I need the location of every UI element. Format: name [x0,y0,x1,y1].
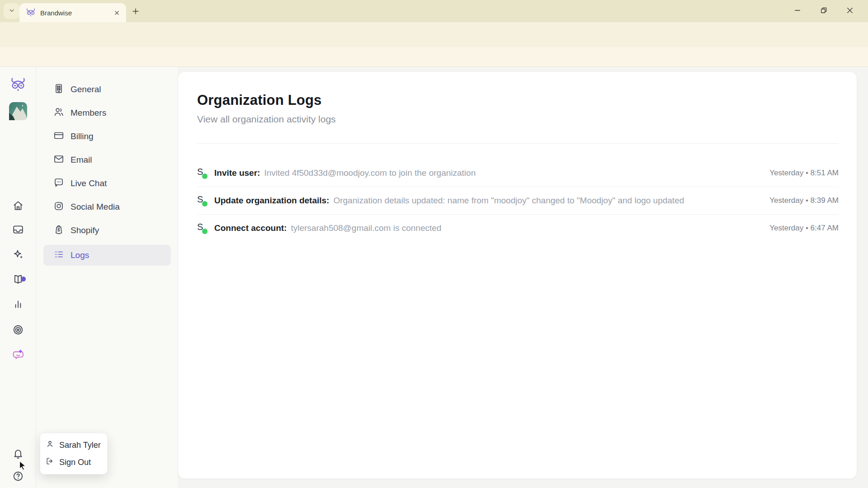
nav-item-social-media[interactable]: Social Media [43,197,171,217]
menu-item-profile[interactable]: Sarah Tyler [40,436,107,454]
menu-item-sign-out[interactable]: Sign Out [40,454,107,471]
ai-chat-icon[interactable] [8,345,28,365]
nav-label: Social Media [71,202,120,212]
log-row: S Invite user: Invited 4f50d33d@moodjoy.… [197,159,839,187]
target-icon[interactable] [8,320,28,340]
page-subtitle: View all organization activity logs [197,113,839,125]
notifications-bell-icon[interactable] [8,444,28,464]
list-icon [53,249,64,262]
main-content-card: Organization Logs View all organization … [178,71,857,479]
log-row: S Connect account: tylersarah508@gmail.c… [197,214,839,242]
log-avatar: S [197,194,208,207]
tab-title: Brandwise [40,9,113,17]
nav-label: Logs [71,250,89,260]
bookmarks-bar [0,47,868,67]
brandwise-logo-owl-icon[interactable] [8,75,28,95]
nav-label: General [71,84,101,94]
status-dot [202,201,208,206]
chat-notification-dot [21,277,26,282]
status-dot [202,174,208,179]
members-icon [53,107,64,120]
chevron-down-icon [8,7,15,16]
nav-label: Email [71,155,92,165]
nav-label: Shopify [71,225,99,235]
log-timestamp: Yesterday • 8:51 AM [760,169,839,178]
screen: Brandwise app.brandwise.ai/o/kh7czxc25zb… [0,0,868,488]
user-menu-popup: Sarah Tyler Sign Out [40,433,108,474]
page-title: Organization Logs [197,92,839,109]
log-description: Organization details updated: name from … [333,196,684,206]
brandwise-favicon-owl-icon [26,8,36,18]
log-avatar: S [197,222,208,235]
nav-item-members[interactable]: Members [43,103,171,123]
log-list: S Invite user: Invited 4f50d33d@moodjoy.… [197,159,839,242]
settings-nav: General Members Billing Email Live Chat … [36,67,178,488]
envelope-icon [53,154,64,167]
chat-bubble-icon [53,177,64,190]
icon-rail: S [0,67,36,488]
sign-out-icon [46,457,59,468]
nav-item-general[interactable]: General [43,80,171,99]
nav-item-billing[interactable]: Billing [43,127,171,146]
log-description: Invited 4f50d33d@moodjoy.com to join the… [264,168,476,178]
nav-label: Live Chat [71,178,107,188]
tab-search-button[interactable] [4,3,19,19]
user-icon [46,440,59,450]
nav-item-logs[interactable]: Logs [43,245,171,266]
workspace-avatar[interactable] [8,101,28,121]
menu-item-label: Sign Out [59,458,91,467]
log-timestamp: Yesterday • 6:47 AM [760,224,839,233]
browser-tabstrip: Brandwise [0,0,868,22]
log-action-label: Update organization details: [214,196,329,206]
help-icon[interactable] [8,466,28,486]
status-dot [202,229,208,234]
building-icon [53,83,64,96]
shopify-bag-icon [53,224,64,237]
analytics-bars-icon[interactable] [8,294,28,314]
log-row: S Update organization details: Organizat… [197,187,839,214]
nav-item-shopify[interactable]: Shopify [43,221,171,240]
browser-toolbar: app.brandwise.ai/o/kh7czxc25zbktfnh718pz… [0,22,868,47]
close-window-button[interactable] [840,2,860,19]
log-timestamp: Yesterday • 8:39 AM [760,196,839,205]
ai-sparkles-icon[interactable] [8,244,28,264]
minimize-button[interactable] [787,2,808,19]
tab-close-icon[interactable] [113,9,121,17]
maximize-button[interactable] [813,2,834,19]
new-tab-button[interactable] [130,6,141,17]
log-action-label: Invite user: [214,168,260,178]
browser-tab[interactable]: Brandwise [19,3,126,22]
nav-item-live-chat[interactable]: Live Chat [43,174,171,193]
menu-item-label: Sarah Tyler [59,441,101,450]
log-description: tylersarah508@gmail.com is connected [291,223,441,233]
nav-item-email[interactable]: Email [43,150,171,170]
credit-card-icon [53,130,64,143]
log-action-label: Connect account: [214,223,287,233]
home-icon[interactable] [8,196,28,216]
camera-icon [53,201,64,214]
log-avatar: S [197,167,208,179]
divider [197,143,839,144]
nav-label: Members [71,108,106,118]
nav-label: Billing [71,131,94,141]
inbox-icon[interactable] [8,220,28,239]
